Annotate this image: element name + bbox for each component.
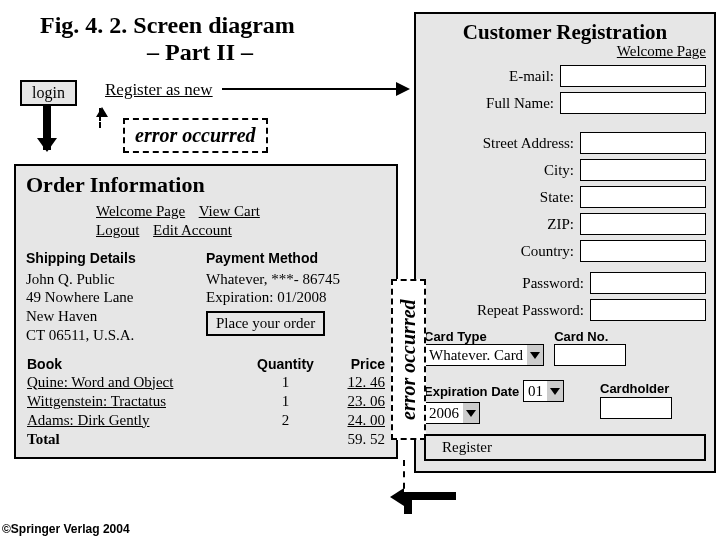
- view-cart-link[interactable]: View Cart: [199, 203, 260, 219]
- state-field[interactable]: [580, 186, 706, 208]
- registration-title: Customer Registration: [424, 20, 706, 45]
- arrow-to-registration: [222, 88, 408, 90]
- city-field[interactable]: [580, 159, 706, 181]
- shipping-address: John Q. Public49 Nowhere Lane New HavenC…: [26, 270, 206, 345]
- col-book: Book: [26, 355, 243, 373]
- cardholder-label: Cardholder: [600, 381, 669, 396]
- logout-link[interactable]: Logout: [96, 222, 139, 238]
- zip-label: ZIP:: [424, 216, 580, 233]
- edit-account-link[interactable]: Edit Account: [153, 222, 232, 238]
- password-field[interactable]: [590, 272, 706, 294]
- welcome-page-link[interactable]: Welcome Page: [424, 43, 706, 60]
- city-label: City:: [424, 162, 580, 179]
- order-links: Welcome Page View Cart Logout Edit Accou…: [96, 202, 386, 240]
- table-row: Adams: Dirk Gently224. 00: [26, 411, 386, 430]
- expiration-date-label: Expiration Date: [424, 384, 519, 399]
- zip-field[interactable]: [580, 213, 706, 235]
- payment-info: Whatever, ***- 86745Expiration: 01/2008: [206, 270, 386, 308]
- repeat-password-label: Repeat Password:: [424, 302, 590, 319]
- payment-method-header: Payment Method: [206, 250, 318, 266]
- exp-month-select[interactable]: 01: [523, 380, 564, 402]
- shipping-details-header: Shipping Details: [26, 250, 136, 266]
- register-as-new-link[interactable]: Register as new: [105, 80, 213, 100]
- card-no-label: Card No.: [554, 329, 626, 344]
- place-order-button[interactable]: Place your order: [206, 311, 325, 336]
- col-quantity: Quantity: [243, 355, 329, 373]
- chevron-down-icon: [463, 403, 479, 423]
- country-label: Country:: [424, 243, 580, 260]
- login-button[interactable]: login: [20, 80, 77, 106]
- full-name-label: Full Name:: [424, 95, 560, 112]
- copyright: ©Springer Verlag 2004: [2, 522, 130, 536]
- total-row: Total59. 52: [26, 430, 386, 449]
- welcome-page-link[interactable]: Welcome Page: [96, 203, 185, 219]
- arrow-login-to-order: [43, 104, 51, 150]
- order-title: Order Information: [26, 172, 386, 198]
- chevron-down-icon: [547, 381, 563, 401]
- cart-table: Book Quantity Price Quine: Word and Obje…: [26, 355, 386, 449]
- table-row: Quine: Word and Object112. 46: [26, 373, 386, 392]
- error-arrow-up: [99, 108, 101, 128]
- country-field[interactable]: [580, 240, 706, 262]
- card-type-select[interactable]: Whatever. Card: [424, 344, 544, 366]
- arrow-registration-to-order: [404, 494, 412, 514]
- error-occurred-box: error occurred: [391, 279, 426, 440]
- col-price: Price: [328, 355, 386, 373]
- email-label: E-mail:: [424, 68, 560, 85]
- customer-registration-panel: Customer Registration Welcome Page E-mai…: [414, 12, 716, 473]
- password-label: Password:: [424, 275, 590, 292]
- card-type-label: Card Type: [424, 329, 544, 344]
- cardholder-field[interactable]: [600, 397, 672, 419]
- order-information-panel: Order Information Welcome Page View Cart…: [14, 164, 398, 459]
- repeat-password-field[interactable]: [590, 299, 706, 321]
- error-occurred-box: error occurred: [123, 118, 268, 153]
- email-field[interactable]: [560, 65, 706, 87]
- table-row: Wittgenstein: Tractatus123. 06: [26, 392, 386, 411]
- street-label: Street Address:: [424, 135, 580, 152]
- full-name-field[interactable]: [560, 92, 706, 114]
- chevron-down-icon: [527, 345, 543, 365]
- street-field[interactable]: [580, 132, 706, 154]
- register-button[interactable]: Register: [424, 434, 706, 461]
- card-no-field[interactable]: [554, 344, 626, 366]
- state-label: State:: [424, 189, 580, 206]
- figure-caption: Fig. 4. 2. Screen diagram – Part II –: [40, 12, 360, 66]
- exp-year-select[interactable]: 2006: [424, 402, 480, 424]
